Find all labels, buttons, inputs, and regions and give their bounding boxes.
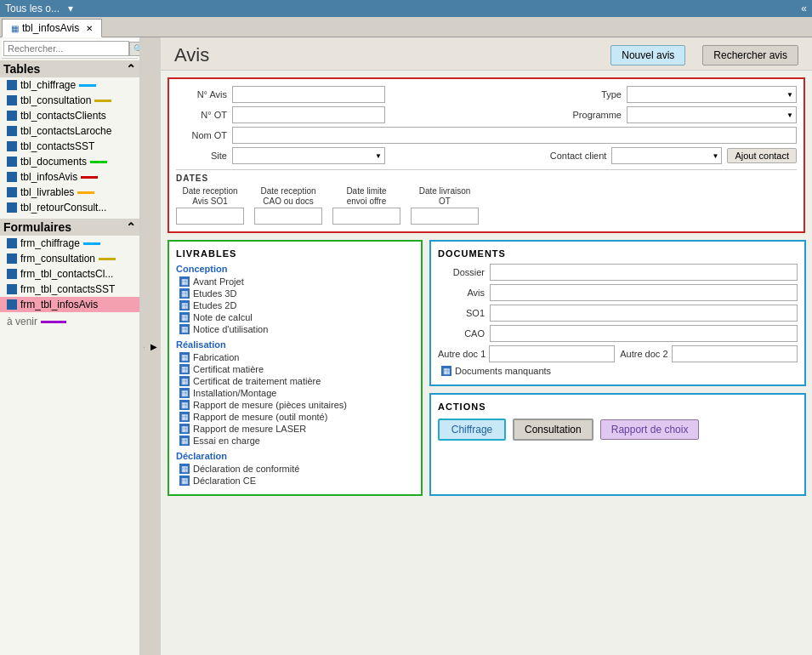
conception-title: Conception [176, 264, 414, 274]
title-collapse-arrow[interactable]: « [801, 3, 807, 14]
documents-title: DOCUMENTS [438, 248, 798, 259]
doc-avis-input[interactable] [490, 284, 798, 301]
checkbox-icon: ▦ [179, 424, 190, 434]
doc-dossier-input[interactable] [490, 264, 798, 281]
docs-manquants-checkbox-icon: ▦ [441, 366, 451, 376]
sidebar-item-tbl-chiffrage[interactable]: tbl_chiffrage [0, 77, 139, 93]
date-livraison-ot-input[interactable] [411, 208, 479, 225]
sidebar-item-frm-consultation[interactable]: frm_consultation [0, 251, 139, 266]
sidebar-item-frm-contactscl[interactable]: frm_tbl_contactsCl... [0, 266, 139, 282]
doc-row-cao: CAO [438, 325, 798, 342]
date-field-2: Date receptionCAO ou docs [254, 186, 322, 225]
tab-tbl-infosavis[interactable]: ▦ tbl_infosAvis ✕ [2, 19, 102, 37]
sidebar-item-tbl-contactslaroche[interactable]: tbl_contactsLaroche [0, 123, 139, 139]
search-button[interactable]: 🔍 [129, 42, 140, 56]
page-title: Avis [174, 44, 593, 66]
contact-client-select[interactable] [611, 147, 722, 164]
form-icon [7, 253, 17, 264]
sidebar-item-tbl-contactssst[interactable]: tbl_contactsSST [0, 139, 139, 154]
checkbox-icon: ▦ [179, 364, 190, 374]
form-row-avis-type: N° Avis Type ▼ [176, 86, 797, 103]
date-field-3: Date limiteenvoi offre [332, 186, 400, 225]
livrable-installation-montage[interactable]: ▦ Installation/Montage [176, 388, 414, 398]
form-icon [7, 238, 17, 248]
item-line [79, 84, 96, 87]
title-bar: Tous les o... ▾ « [0, 0, 812, 17]
checkbox-icon: ▦ [179, 376, 190, 386]
sidebar: 🔍 Tables ⌃ tbl_chiffrage tbl_consultatio… [0, 37, 140, 655]
doc-autre2: Autre doc 2 [620, 345, 797, 362]
livrable-essai-charge[interactable]: ▦ Essai en charge [176, 436, 414, 446]
search-input[interactable] [3, 41, 129, 56]
date-limite-envoi-offre-input[interactable] [332, 208, 400, 225]
autre-doc2-label: Autre doc 2 [620, 349, 667, 359]
resize-handle[interactable]: ··· [140, 37, 147, 655]
sidebar-item-frm-chiffrage[interactable]: frm_chiffrage [0, 236, 139, 251]
search-avis-button[interactable]: Rechercher avis [702, 45, 798, 66]
ajout-contact-button[interactable]: Ajout contact [727, 148, 797, 163]
nom-ot-input[interactable] [232, 127, 797, 144]
doc-cao-input[interactable] [490, 325, 798, 342]
checkbox-icon: ▦ [179, 276, 190, 287]
rapport-choix-button[interactable]: Rapport de choix [600, 419, 700, 440]
sidebar-item-tbl-livrables[interactable]: tbl_livrables [0, 185, 139, 200]
chiffrage-button[interactable]: Chiffrage [438, 419, 506, 441]
table-icon [7, 172, 17, 182]
livrable-rapport-mesure-laser[interactable]: ▦ Rapport de mesure LASER [176, 424, 414, 434]
livrable-decl-conformite[interactable]: ▦ Déclaration de conformité [176, 464, 414, 474]
doc-autre1-input[interactable] [489, 345, 615, 362]
n-ot-input[interactable] [232, 106, 385, 123]
form-row-ot-programme: N° OT Programme ▼ [176, 106, 797, 123]
type-select[interactable] [627, 86, 797, 103]
livrable-notice-utilisation[interactable]: ▦ Notice d'utilisation [176, 324, 414, 334]
content-header: Avis Nouvel avis Rechercher avis [161, 37, 812, 71]
doc-so1-input[interactable] [490, 305, 798, 322]
checkbox-icon: ▦ [179, 312, 190, 322]
sidebar-footer: à venir [0, 312, 139, 331]
site-select[interactable] [232, 147, 385, 164]
tables-collapse[interactable]: ⌃ [126, 62, 136, 76]
formulaires-collapse[interactable]: ⌃ [126, 220, 136, 234]
livrable-decl-ce[interactable]: ▦ Déclaration CE [176, 476, 414, 486]
livrable-certificat-matiere[interactable]: ▦ Certificat matière [176, 364, 414, 374]
checkbox-icon: ▦ [179, 352, 190, 362]
sidebar-item-frm-contactssst[interactable]: frm_tbl_contactsSST [0, 282, 139, 297]
sidebar-item-tbl-retourconsult[interactable]: tbl_retourConsult... [0, 200, 139, 215]
nav-arrow-icon: ▶ [150, 342, 157, 351]
sidebar-item-tbl-contactsclients[interactable]: tbl_contactsClients [0, 108, 139, 123]
consultation-button[interactable]: Consultation [513, 419, 593, 441]
programme-select[interactable] [627, 106, 797, 123]
livrable-rapport-mesure-pieces[interactable]: ▦ Rapport de mesure (pièces unitaires) [176, 400, 414, 410]
checkbox-icon: ▦ [179, 464, 190, 474]
table-icon [7, 141, 17, 151]
declaration-title: Déclaration [176, 451, 414, 461]
livrable-cert-traitement[interactable]: ▦ Certificat de traitement matière [176, 376, 414, 386]
nav-arrow-left[interactable]: ▶ [147, 37, 161, 655]
date-reception-cao-input[interactable] [254, 208, 322, 225]
table-icon [7, 157, 17, 167]
table-icon [7, 187, 17, 197]
sidebar-item-tbl-infosavis[interactable]: tbl_infosAvis [0, 169, 139, 185]
contact-client-label: Contact client [538, 151, 606, 161]
collapse-icon[interactable]: ▾ [68, 3, 73, 14]
form-row-nom-ot: Nom OT [176, 127, 797, 144]
sidebar-item-frm-infosavis[interactable]: frm_tbl_infosAvis [0, 297, 139, 312]
docs-manquants-item[interactable]: ▦ Documents manquants [438, 366, 798, 376]
livrable-etudes-2d[interactable]: ▦ Etudes 2D [176, 300, 414, 310]
sidebar-item-tbl-documents[interactable]: tbl_documents [0, 154, 139, 169]
tab-close-icon[interactable]: ✕ [86, 24, 93, 33]
date4-label: Date livraisonOT [411, 186, 479, 207]
livrable-rapport-mesure-outil[interactable]: ▦ Rapport de mesure (outil monté) [176, 412, 414, 422]
item-line [94, 100, 111, 102]
date-reception-avis-so1-input[interactable] [176, 208, 244, 225]
new-avis-button[interactable]: Nouvel avis [610, 45, 685, 66]
livrable-fabrication[interactable]: ▦ Fabrication [176, 352, 414, 362]
livrable-note-calcul[interactable]: ▦ Note de calcul [176, 312, 414, 322]
n-avis-input[interactable] [232, 86, 385, 103]
sidebar-item-tbl-consultation[interactable]: tbl_consultation [0, 93, 139, 108]
programme-label: Programme [571, 110, 622, 120]
livrable-avant-projet[interactable]: ▦ Avant Projet [176, 276, 414, 287]
form-icon [7, 299, 17, 310]
livrable-etudes-3d[interactable]: ▦ Etudes 3D [176, 288, 414, 299]
doc-autre2-input[interactable] [672, 345, 798, 362]
